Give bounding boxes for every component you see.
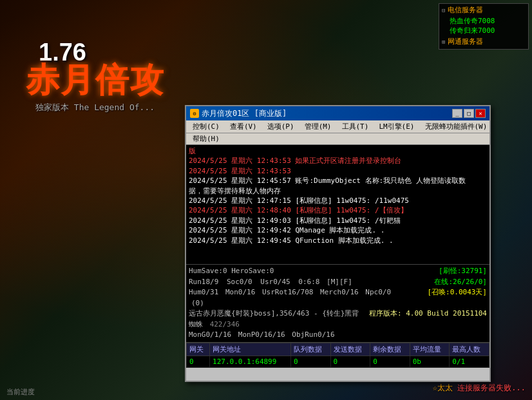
usr-status: Usr0/45: [260, 278, 290, 286]
status-left-1: HumSave:0 HeroSave:0: [189, 266, 403, 277]
network-expand-icon[interactable]: ⊞: [442, 39, 445, 45]
hero-save: HeroSave:0: [231, 267, 274, 275]
server-panel: ⊟ 电信服务器 热血传奇7008 传奇归来7000 ⊞ 网通服务器: [439, 3, 529, 50]
o-status: (0): [191, 299, 204, 307]
log-area[interactable]: 版 2024/5/25 星期六 12:43:53 如果正式开区请注册并登录控制台…: [186, 145, 489, 264]
cell-address: 127.0.0.1:64899: [210, 356, 291, 367]
network-header: ⊞ 网通服务器: [442, 37, 526, 46]
log-line-0: 版: [189, 146, 487, 156]
status-right-3: [召唤:0.0043天]: [403, 287, 487, 309]
col-flow: 平均流量: [410, 343, 450, 356]
log-line-1: 2024/5/25 星期六 12:43:53 如果正式开区请注册并登录控制台: [189, 156, 487, 166]
merch-status: Merch0/16: [320, 288, 359, 296]
npc-status: Npc0/0: [365, 288, 391, 296]
kill-monster: [刷怪:32791]: [439, 267, 487, 275]
col-maxusers: 最高人数: [450, 343, 489, 356]
warning-prefix: ☆太太: [433, 383, 453, 392]
col-queue: 队列数据: [290, 343, 330, 356]
soc-status: Soc0/0: [227, 278, 252, 286]
cell-queue: 0: [290, 356, 330, 367]
status-left-4: 远古赤月恶魔{时装}boss],356/463 - {转生}黑背蜘蛛 422/3…: [189, 309, 364, 330]
progress-label: 当前进度: [6, 388, 35, 396]
status-right-2: 在线:26/26/0]: [403, 277, 487, 288]
mf-status: [M][F]: [327, 278, 352, 286]
title-buttons: _ □ ✕: [452, 109, 486, 118]
log-line-6: 2024/5/25 星期六 12:48:40 [私聊信息] 11w0475: /…: [189, 205, 487, 215]
app-icon: ⚙: [190, 109, 199, 118]
log-line-7: 2024/5/25 星期六 12:49:03 [私聊信息] 11w0475: /…: [189, 216, 487, 225]
table-header-row: 网关 网关地址 队列数据 发送数据 剩余数据 平均流量 最高人数: [187, 343, 489, 356]
game-title: 赤月倍攻: [26, 58, 165, 103]
title-bar: ⚙ 赤月倍攻01区 [商业版] _ □ ✕: [186, 106, 489, 120]
program-version: 程序版本: 4.00 Build 20151104: [364, 309, 487, 330]
cell-gateway: 0: [187, 356, 210, 367]
menu-view[interactable]: 查看(V): [225, 120, 262, 133]
cell-flow: 0b: [410, 356, 450, 367]
app-window: ⚙ 赤月倍攻01区 [商业版] _ □ ✕ 控制(C) 查看(V) 选项(P) …: [185, 105, 491, 382]
bottom-status: ☆太太 连接服务器失败...: [433, 383, 526, 394]
status-left-3: Hum0/31 Mon0/16 UsrRot16/708 Merch0/16 N…: [189, 287, 403, 309]
server-panel-header: ⊟ 电信服务器: [442, 5, 526, 15]
status-row-5: MonG0/1/16 MonP0/16/16 ObjRun0/16: [189, 330, 487, 341]
table-area: 网关 网关地址 队列数据 发送数据 剩余数据 平均流量 最高人数 0 127.0…: [186, 342, 489, 368]
status-row-1: HumSave:0 HeroSave:0 [刷怪:32791]: [189, 266, 487, 277]
hum-save: HumSave:0: [189, 267, 227, 275]
minimize-button[interactable]: _: [452, 109, 462, 118]
data-table: 网关 网关地址 队列数据 发送数据 剩余数据 平均流量 最高人数 0 127.0…: [186, 343, 489, 368]
cell-maxusers: 0/1: [450, 356, 489, 367]
status-row-2: Run18/9 Soc0/0 Usr0/45 0:6:8 [M][F] 在线:2…: [189, 277, 487, 288]
log-line-5: 2024/5/25 星期六 12:47:15 [私聊信息] 11w0475: /…: [189, 196, 487, 205]
legend-text: 独家版本 The Legend Of...: [35, 102, 155, 113]
warning-text: 连接服务器失败...: [457, 383, 526, 392]
table-row[interactable]: 0 127.0.0.1:64899 0 0 0 0b 0/1: [187, 356, 489, 367]
log-line-8: 2024/5/25 星期六 12:49:42 QManage 脚本加载完成. .: [189, 225, 487, 235]
menu-options[interactable]: 选项(P): [262, 120, 299, 133]
defend-status: [召唤:0.0043天]: [427, 288, 487, 296]
online-status: 在线:26/26/0]: [434, 278, 487, 286]
status-row-3: Hum0/31 Mon0/16 UsrRot16/708 Merch0/16 N…: [189, 287, 487, 309]
map-count: 422/346: [210, 320, 240, 329]
run-status: Run18/9: [189, 278, 218, 286]
col-gateway: 网关: [187, 343, 210, 356]
log-line-4: 据，需要等摆待释放人物内存: [189, 186, 487, 196]
hum-status: Hum0/31: [189, 288, 218, 296]
menu-lm[interactable]: LM引擎(E): [374, 120, 419, 133]
expand-icon[interactable]: ⊟: [442, 7, 445, 14]
menu-manage[interactable]: 管理(M): [299, 120, 337, 133]
col-address: 网关地址: [210, 343, 291, 356]
log-line-3: 2024/5/25 星期六 12:45:57 账号:DummyObject 名称…: [189, 176, 487, 186]
cell-send: 0: [330, 356, 370, 367]
close-button[interactable]: ✕: [475, 109, 486, 118]
help-menu[interactable]: 帮助(H): [189, 133, 223, 144]
mon-status: Mon0/16: [225, 288, 255, 296]
status-right-1: [刷怪:32791]: [403, 266, 487, 277]
usrrot-status: UsrRot16/708: [262, 288, 313, 296]
menu-tools[interactable]: 工具(T): [337, 120, 374, 133]
mongo-status: MonG0/1/16: [189, 330, 231, 339]
status-left-2: Run18/9 Soc0/0 Usr0/45 0:6:8 [M][F]: [189, 277, 403, 288]
window-title: 赤月倍攻01区 [商业版]: [202, 108, 287, 119]
menu-bar: 控制(C) 查看(V) 选项(P) 管理(M) 工具(T) LM引擎(E) 无限…: [186, 120, 489, 133]
kb-status: 0:6:8: [298, 278, 319, 286]
network-label: 网通服务器: [448, 37, 483, 46]
maximize-button[interactable]: □: [464, 109, 474, 118]
status-row-4: 远古赤月恶魔{时装}boss],356/463 - {转生}黑背蜘蛛 422/3…: [189, 309, 487, 330]
col-remain: 剩余数据: [370, 343, 410, 356]
log-line-9: 2024/5/25 星期六 12:49:45 QFunction 脚本加载完成.…: [189, 236, 487, 245]
server-item-1[interactable]: 传奇归来7000: [442, 26, 526, 35]
menu-plugin[interactable]: 无限蜂功能插件(W): [420, 120, 493, 133]
menu-control[interactable]: 控制(C): [187, 120, 225, 133]
bottom-progress: 当前进度: [6, 387, 35, 397]
status-area: HumSave:0 HeroSave:0 [刷怪:32791] Run18/9 …: [186, 264, 489, 342]
monp-status: MonP0/16/16: [238, 330, 285, 339]
cell-remain: 0: [370, 356, 410, 367]
help-bar: 帮助(H): [186, 133, 489, 145]
status-left-5: MonG0/1/16 MonP0/16/16 ObjRun0/16: [189, 330, 487, 341]
server-panel-title: 电信服务器: [448, 5, 483, 15]
server-item-0[interactable]: 热血传奇7008: [442, 16, 526, 26]
objrun-status: ObjRun0/16: [292, 330, 334, 339]
title-bar-left: ⚙ 赤月倍攻01区 [商业版]: [190, 108, 287, 119]
col-send: 发送数据: [330, 343, 370, 356]
log-line-2: 2024/5/25 星期六 12:43:53: [189, 166, 487, 176]
